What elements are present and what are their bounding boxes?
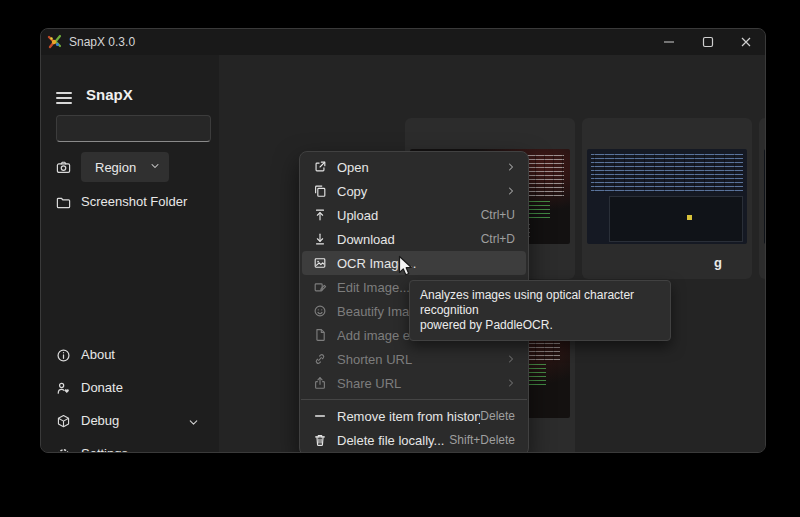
menu-item-label: OCR Image... [337, 256, 526, 271]
sidebar-item-debug[interactable]: Debug [81, 413, 119, 428]
menu-item-remove-from-history[interactable]: Remove item from history Delete [302, 404, 526, 428]
menu-item-open[interactable]: Open [302, 155, 526, 179]
screenshot-filename: g [714, 255, 722, 270]
menu-item-label: Share URL [337, 376, 505, 391]
window-title: SnapX 0.3.0 [69, 29, 135, 55]
capture-mode-label: Region [95, 160, 149, 175]
maximize-button[interactable] [690, 29, 726, 55]
chevron-right-icon [505, 353, 517, 365]
menu-item-shortcut: Ctrl+D [481, 232, 515, 246]
copy-icon [311, 184, 328, 198]
sidebar: SnapX Region Screenshot Fo [41, 55, 219, 452]
open-external-icon [311, 160, 328, 174]
download-icon [311, 232, 328, 246]
gear-icon [56, 447, 71, 453]
screenshot-card-3[interactable]: PIO0SALp67.png [759, 118, 766, 279]
chevron-right-icon [505, 161, 517, 173]
menu-item-share-url[interactable]: Share URL [302, 371, 526, 395]
folder-icon [56, 195, 71, 210]
share-icon [311, 376, 328, 390]
screenshot-stage: SnapX 0.3.0 SnapX [0, 0, 800, 517]
chevron-right-icon [505, 377, 517, 389]
menu-item-label: Copy [337, 184, 505, 199]
snapx-window: SnapX 0.3.0 SnapX [40, 28, 766, 453]
upload-icon [311, 208, 328, 222]
screenshot-card-2[interactable]: g [582, 118, 752, 279]
screenshot-thumbnail[interactable] [764, 149, 766, 244]
chevron-down-icon [149, 160, 161, 175]
info-icon [56, 348, 71, 363]
menu-item-shortcut: Ctrl+U [481, 208, 515, 222]
sidebar-item-about[interactable]: About [81, 347, 115, 362]
menu-item-label: Download [337, 232, 481, 247]
app-heading: SnapX [86, 86, 133, 103]
menu-item-label: Delete file locally... [337, 433, 449, 448]
sidebar-item-donate[interactable]: Donate [81, 380, 123, 395]
ocr-image-icon [311, 256, 328, 270]
link-icon [311, 352, 328, 366]
capture-mode-dropdown[interactable]: Region [81, 152, 169, 182]
debug-cube-icon [56, 414, 71, 429]
trash-icon [311, 433, 328, 447]
menu-item-copy[interactable]: Copy [302, 179, 526, 203]
menu-item-label: Open [337, 160, 505, 175]
menu-item-label: Remove item from history [337, 409, 480, 424]
chevron-down-icon[interactable] [187, 415, 200, 433]
snapx-logo-icon [47, 34, 63, 50]
menu-item-delete-file-locally[interactable]: Delete file locally... Shift+Delete [302, 428, 526, 452]
ocr-tooltip: Analyzes images using optical character … [409, 280, 671, 341]
minimize-button[interactable] [651, 29, 687, 55]
camera-icon[interactable] [56, 160, 71, 175]
sidebar-item-settings[interactable]: Settings [81, 446, 128, 453]
menu-item-label: Upload [337, 208, 481, 223]
tooltip-line-2: powered by PaddleOCR. [420, 318, 660, 333]
minus-icon [311, 409, 328, 423]
menu-item-shortcut: Delete [480, 409, 515, 423]
chevron-right-icon [505, 185, 517, 197]
menu-item-download[interactable]: Download Ctrl+D [302, 227, 526, 251]
menu-separator [301, 399, 527, 400]
smiley-icon [311, 304, 328, 318]
sidebar-item-screenshot-folder[interactable]: Screenshot Folder [81, 194, 187, 209]
page-effects-icon [311, 328, 328, 342]
titlebar: SnapX 0.3.0 [41, 29, 765, 55]
screenshot-thumbnail[interactable] [587, 149, 747, 244]
donate-heart-icon [56, 381, 71, 396]
hamburger-menu-icon[interactable] [56, 92, 72, 104]
menu-item-shorten-url[interactable]: Shorten URL [302, 347, 526, 371]
screenshot-filename: PIO0SALp67.png [759, 255, 766, 270]
menu-item-ocr-image[interactable]: OCR Image... [302, 251, 526, 275]
close-button[interactable] [725, 29, 766, 55]
menu-item-label: Shorten URL [337, 352, 505, 367]
edit-image-icon [311, 280, 328, 294]
search-input[interactable] [56, 115, 211, 142]
menu-item-upload[interactable]: Upload Ctrl+U [302, 203, 526, 227]
tooltip-line-1: Analyzes images using optical character … [420, 288, 660, 318]
menu-item-shortcut: Shift+Delete [449, 433, 515, 447]
